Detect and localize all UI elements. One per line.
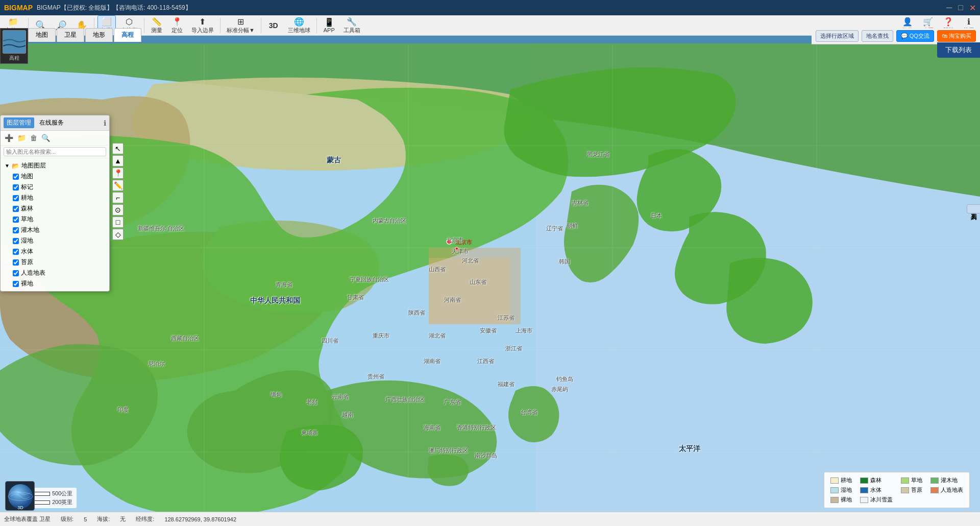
layer-name: 耕地 <box>21 194 33 202</box>
layer-item: 标记 <box>1 182 109 193</box>
angle-tool[interactable]: ⌐ <box>112 192 124 203</box>
status-level-label: 级别: <box>61 515 74 523</box>
tools-button[interactable]: 🔧 工具箱 <box>340 16 363 35</box>
qq-chat-button[interactable]: 💬 QQ交流 <box>896 30 934 42</box>
globe3d-button[interactable]: 🌐 三维地球 <box>285 16 313 35</box>
titlebar-buttons: ─ □ ✕ <box>946 3 976 13</box>
import-label: 导入边界 <box>191 27 214 34</box>
legend-item: 人造地表 <box>930 486 963 494</box>
legend-item: 森林 <box>860 476 893 484</box>
tab-satellite[interactable]: 卫星 <box>57 28 84 42</box>
circle-tool[interactable]: ⊙ <box>112 204 124 216</box>
close-button[interactable]: ✕ <box>969 3 976 13</box>
globe-3d-button[interactable]: 3D <box>5 481 35 511</box>
3d-button[interactable]: 3D <box>264 20 283 31</box>
about-icon: ℹ <box>967 17 970 27</box>
map-selector[interactable]: 高程 <box>0 28 28 64</box>
layer-checkbox[interactable] <box>13 238 19 244</box>
layer-delete-icon[interactable]: 🗑 <box>29 133 38 143</box>
measure-icon: 📏 <box>152 17 162 27</box>
layer-item: 灌木地 <box>1 225 109 235</box>
layer-panel-info-icon: ℹ <box>104 119 106 127</box>
status-coord-label: 经纬度: <box>136 515 154 523</box>
layer-item: 苔原 <box>1 257 109 268</box>
qq-label: QQ交流 <box>910 33 929 39</box>
globe-icon: 🌐 <box>294 17 304 27</box>
layer-search-input[interactable] <box>4 147 106 156</box>
layer-item: 耕地 <box>1 193 109 203</box>
scale-label-mi: 200英里 <box>52 498 72 506</box>
app-button[interactable]: 📱 APP <box>320 16 338 34</box>
std-scale-button[interactable]: ⊞ 标准分幅▼ <box>224 16 258 35</box>
svg-rect-4 <box>429 258 510 324</box>
tab-layer-manager[interactable]: 图层管理 <box>4 117 34 128</box>
pin-tool[interactable]: 📍 <box>112 168 124 179</box>
right-tools-tab[interactable]: 工具列表 <box>967 204 980 213</box>
legend-item: 苔原 <box>901 486 922 494</box>
legend-item-label: 湿地 <box>841 486 852 494</box>
titlebar: BIGMAP BIGMAP【已授权: 全能版】【咨询电话: 400-118-54… <box>0 0 980 15</box>
diamond-tool[interactable]: ◇ <box>112 229 124 240</box>
place-search-button[interactable]: 地名查找 <box>862 30 893 42</box>
layer-add-icon[interactable]: ➕ <box>4 133 14 143</box>
legend-color-box <box>860 477 868 484</box>
layer-checkbox[interactable] <box>13 227 19 233</box>
layer-content: ▼ 📂 地图图层 地图标记耕地森林草地灌木地湿地水体苔原人造地表裸地冰川积雪经纬… <box>1 158 109 291</box>
layer-item: 冰川积雪 <box>1 289 109 291</box>
maximize-button[interactable]: □ <box>958 3 963 13</box>
svg-text:3D: 3D <box>17 505 23 510</box>
legend-item-label: 裸地 <box>841 496 852 504</box>
layer-checkbox[interactable] <box>13 217 19 223</box>
buy-icon: 🛒 <box>923 17 933 27</box>
layer-name: 水体 <box>21 247 33 256</box>
arrow-tool[interactable]: ▲ <box>112 155 124 166</box>
minimize-button[interactable]: ─ <box>946 3 952 13</box>
layer-item: 水体 <box>1 246 109 257</box>
legend-item: 裸地 <box>830 496 852 504</box>
layer-name: 苔原 <box>21 258 33 267</box>
layer-search-icon[interactable]: 🔍 <box>40 133 51 143</box>
tab-terrain[interactable]: 地形 <box>85 28 113 42</box>
layer-checkbox[interactable] <box>13 270 19 276</box>
layer-checkbox[interactable] <box>13 281 19 287</box>
import-border-button[interactable]: ⬆ 导入边界 <box>188 16 217 35</box>
measure-button[interactable]: 📏 测量 <box>148 16 166 35</box>
edit-tool[interactable]: ✏️ <box>112 180 124 191</box>
legend-item: 冰川雪盖 <box>860 496 893 504</box>
locate-button[interactable]: 📍 定位 <box>168 16 186 35</box>
layer-checkbox[interactable] <box>13 184 19 190</box>
legend-grid: 耕地森林草地灌木地湿地水体苔原人造地表裸地冰川雪盖 <box>830 476 963 504</box>
3d-label: 3D <box>269 21 278 30</box>
locate-icon: 📍 <box>172 17 182 27</box>
layer-panel-toolbar: ➕ 📁 🗑 🔍 <box>1 131 109 146</box>
status-bar: 全球地表覆盖 卫星 级别: 5 海拔: 无 经纬度: 128.62792969,… <box>0 512 980 526</box>
map-area[interactable]: 北京市 蒙古中华人民共和国黑龙江省吉林省辽宁省内蒙古自治区新疆维吾尔 自治区北京… <box>0 43 980 526</box>
layer-group-map[interactable]: ▼ 📂 地图图层 <box>1 160 109 171</box>
legend-item: 草地 <box>901 476 922 484</box>
admin-select-button[interactable]: 选择行政区域 <box>816 30 859 42</box>
legend-item-label: 灌木地 <box>941 476 958 484</box>
select-tool[interactable]: ↖ <box>112 143 124 154</box>
layer-item: 湿地 <box>1 235 109 246</box>
layer-name: 裸地 <box>21 279 33 288</box>
layer-checkbox[interactable] <box>13 259 19 266</box>
layer-checkbox[interactable] <box>13 249 19 255</box>
tab-elevation[interactable]: 高程 <box>114 28 141 42</box>
rect-tool[interactable]: □ <box>112 217 124 228</box>
import-icon: ⬆ <box>199 17 206 27</box>
layer-item: 裸地 <box>1 278 109 289</box>
tools-label: 工具箱 <box>344 27 360 34</box>
layer-checkbox[interactable] <box>13 195 19 201</box>
layer-checkbox[interactable] <box>13 206 19 212</box>
layer-checkbox[interactable] <box>13 174 19 180</box>
tab-map[interactable]: 地图 <box>28 28 56 42</box>
legend-color-box <box>860 487 868 493</box>
status-elevation-label: 海拔: <box>97 515 110 523</box>
layer-name: 草地 <box>21 215 33 224</box>
download-list-button[interactable]: 下载列表 <box>937 42 980 58</box>
layer-name: 人造地表 <box>21 269 45 277</box>
legend-item-label: 草地 <box>911 476 922 484</box>
layer-folder-icon[interactable]: 📁 <box>16 133 27 143</box>
tab-online-service[interactable]: 在线服务 <box>36 117 67 128</box>
app-icon: 📱 <box>324 17 334 27</box>
